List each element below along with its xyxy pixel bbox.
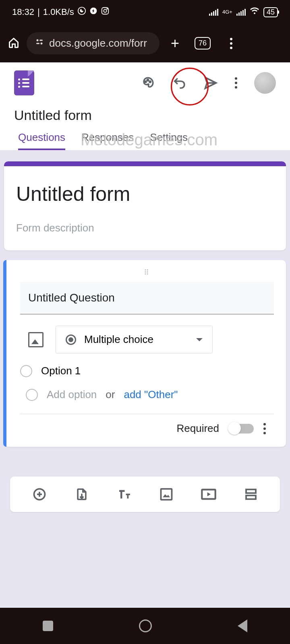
add-image-icon[interactable]: [28, 332, 44, 347]
form-title[interactable]: Untitled form: [16, 182, 274, 206]
app-header: Untitled form Questions Responses Settin…: [0, 62, 290, 150]
add-option-row: Add option or add "Other": [26, 388, 274, 401]
android-nav-bar: [0, 608, 290, 644]
option-radio-icon: [20, 365, 32, 377]
instagram-icon: [101, 6, 110, 18]
add-other-button[interactable]: add "Other": [124, 388, 178, 401]
avatar[interactable]: [254, 72, 276, 94]
radio-icon: [66, 334, 76, 345]
recent-apps-button[interactable]: [43, 621, 53, 631]
status-time: 18:32: [12, 7, 34, 17]
svg-point-4: [107, 8, 108, 9]
question-type-select[interactable]: Multiple choice: [56, 326, 213, 353]
more-icon[interactable]: [235, 77, 237, 89]
svg-point-3: [104, 9, 106, 12]
add-title-icon[interactable]: [116, 486, 132, 502]
status-bar: 18:32 | 1.0KB/s 4G+ 45: [0, 0, 290, 24]
svg-rect-7: [36, 43, 39, 44]
drag-handle-icon[interactable]: ⠿: [20, 268, 274, 277]
home-button[interactable]: [139, 619, 152, 632]
svg-point-11: [149, 81, 151, 82]
net-label: 4G+: [222, 10, 232, 14]
form-title-card: Untitled form Form description: [4, 161, 286, 250]
site-settings-icon[interactable]: [35, 37, 44, 50]
option-label[interactable]: Option 1: [41, 365, 81, 377]
question-title-input[interactable]: Untitled Question: [20, 282, 274, 314]
svg-rect-13: [161, 489, 172, 500]
url-bar[interactable]: docs.google.com/forr: [27, 32, 160, 54]
question-type-label: Multiple choice: [84, 333, 153, 346]
wifi-icon: [250, 7, 259, 17]
signal-icon-2: [236, 8, 246, 16]
svg-rect-6: [39, 40, 43, 41]
tab-count[interactable]: 76: [195, 37, 211, 50]
form-description[interactable]: Form description: [16, 222, 274, 234]
question-more-icon[interactable]: [263, 423, 266, 434]
divider: [20, 414, 274, 414]
browser-bar: docs.google.com/forr + 76: [0, 24, 290, 62]
tabs: Questions Responses Settings: [14, 131, 276, 150]
theme-icon[interactable]: [141, 76, 155, 90]
chevron-down-icon: [196, 338, 203, 341]
add-image-tool-icon[interactable]: [158, 486, 174, 502]
bottom-toolbar: [10, 477, 280, 512]
add-question-icon[interactable]: [31, 486, 48, 502]
required-toggle[interactable]: [229, 424, 254, 433]
tab-settings[interactable]: Settings: [150, 131, 188, 150]
option-row[interactable]: Option 1: [20, 365, 274, 377]
form-name[interactable]: Untitled form: [14, 107, 276, 123]
add-video-icon[interactable]: [201, 486, 217, 502]
forms-logo-icon[interactable]: [14, 70, 34, 95]
option-radio-icon: [26, 389, 38, 401]
tab-responses[interactable]: Responses: [81, 131, 134, 150]
required-label: Required: [176, 422, 219, 435]
svg-point-8: [41, 43, 43, 45]
add-option-button[interactable]: Add option: [47, 388, 97, 401]
svg-rect-16: [246, 495, 256, 499]
new-tab-icon[interactable]: +: [171, 35, 179, 52]
whatsapp-icon: [77, 6, 86, 18]
svg-point-5: [37, 39, 39, 41]
back-button[interactable]: [238, 619, 247, 632]
send-icon[interactable]: [203, 76, 218, 90]
signal-icon: [209, 8, 218, 16]
battery-indicator: 45: [263, 7, 278, 17]
svg-point-9: [145, 81, 146, 82]
question-card: ⠿ Untitled Question Multiple choice Opti…: [4, 260, 286, 447]
add-section-icon[interactable]: [243, 486, 259, 502]
svg-rect-15: [246, 489, 256, 493]
import-questions-icon[interactable]: [74, 486, 90, 502]
tab-questions[interactable]: Questions: [18, 131, 65, 150]
or-text: or: [106, 388, 115, 401]
undo-icon[interactable]: [172, 76, 186, 90]
browser-menu-icon[interactable]: [230, 38, 232, 49]
charge-icon: [89, 7, 97, 17]
home-icon[interactable]: [8, 37, 19, 50]
url-text: docs.google.com/forr: [49, 37, 147, 50]
svg-point-10: [147, 79, 148, 80]
status-speed: 1.0KB/s: [43, 7, 74, 17]
